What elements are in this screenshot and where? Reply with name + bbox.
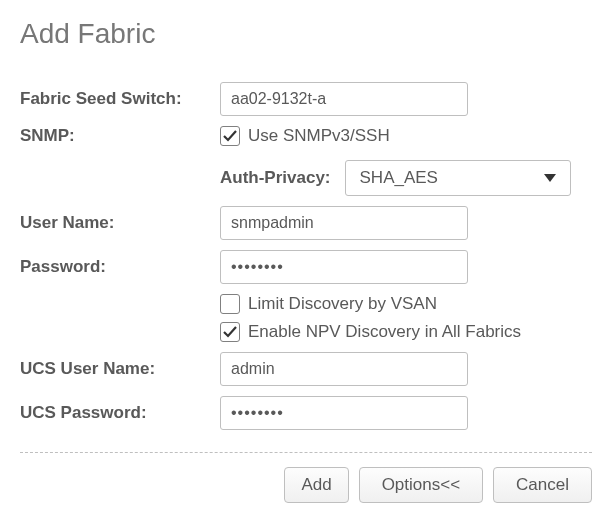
check-icon [222, 324, 238, 340]
limit-discovery-label: Limit Discovery by VSAN [248, 294, 437, 314]
user-name-label: User Name: [20, 213, 220, 233]
page-title: Add Fabric [20, 18, 592, 50]
ucs-password-label: UCS Password: [20, 403, 220, 423]
password-label: Password: [20, 257, 220, 277]
ucs-password-input[interactable] [220, 396, 468, 430]
use-snmp-checkbox[interactable] [220, 126, 240, 146]
ucs-user-name-input[interactable] [220, 352, 468, 386]
enable-npv-label: Enable NPV Discovery in All Fabrics [248, 322, 521, 342]
add-fabric-form: Fabric Seed Switch: SNMP: Use SNMPv3/SSH… [20, 82, 592, 467]
password-input[interactable] [220, 250, 468, 284]
fabric-seed-switch-label: Fabric Seed Switch: [20, 89, 220, 109]
use-snmp-label: Use SNMPv3/SSH [248, 126, 390, 146]
divider [20, 452, 592, 453]
cancel-button[interactable]: Cancel [493, 467, 592, 503]
action-bar: Add Options<< Cancel [20, 467, 592, 503]
options-button[interactable]: Options<< [359, 467, 483, 503]
fabric-seed-switch-input[interactable] [220, 82, 468, 116]
auth-privacy-value: SHA_AES [360, 168, 438, 188]
limit-discovery-checkbox[interactable] [220, 294, 240, 314]
ucs-user-name-label: UCS User Name: [20, 359, 220, 379]
check-icon [222, 128, 238, 144]
auth-privacy-label: Auth-Privacy: [220, 168, 331, 188]
enable-npv-checkbox[interactable] [220, 322, 240, 342]
add-button[interactable]: Add [284, 467, 348, 503]
auth-privacy-select[interactable]: SHA_AES [345, 160, 571, 196]
user-name-input[interactable] [220, 206, 468, 240]
chevron-down-icon [544, 174, 556, 182]
snmp-label: SNMP: [20, 126, 220, 146]
